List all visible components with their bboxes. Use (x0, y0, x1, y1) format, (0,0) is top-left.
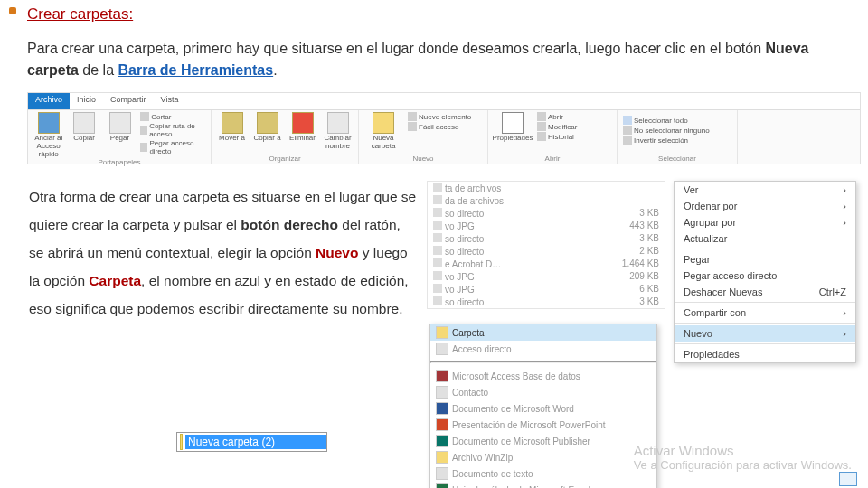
edit-icon (537, 122, 546, 131)
submenu-texto[interactable]: Documento de texto (430, 465, 656, 482)
ctx-pegar-acceso-directo[interactable]: Pegar acceso directo (675, 267, 855, 284)
btn-seleccionar-ninguno[interactable]: No seleccionar ninguno (623, 126, 731, 135)
lbl-anclar: Anclar al Acceso rápido (33, 135, 63, 158)
file-size: 209 KB (629, 271, 659, 282)
grplbl-organizar: Organizar (217, 155, 353, 163)
file-row[interactable]: e Acrobat D…1.464 KB (428, 258, 665, 270)
submenu-carpeta[interactable]: Carpeta (430, 324, 656, 341)
file-row[interactable]: vo JPG443 KB (428, 220, 665, 232)
ctx-label: Ver (684, 184, 699, 195)
submenu-acceso-directo[interactable]: Acceso directo (430, 341, 656, 357)
grplbl-portapapeles: Portapapeles (33, 158, 205, 166)
btn-pegar-directo[interactable]: Pegar acceso directo (140, 139, 205, 155)
ctx-compartir[interactable]: Compartir con› (675, 305, 855, 321)
file-row[interactable]: da de archivos (428, 194, 665, 207)
lbl-historial: Historial (548, 133, 574, 141)
page-view-icon (839, 472, 857, 486)
submenu-label: Documento de Microsoft Word (452, 404, 574, 414)
newfolder-name-input[interactable] (185, 435, 326, 449)
lbl-copiar-a: Copiar a (253, 135, 280, 143)
file-row[interactable]: so directo2 KB (428, 245, 665, 258)
chevron-right-icon: › (843, 217, 846, 228)
submenu-label: Documento de Microsoft Publisher (452, 436, 590, 446)
ctx-ordenar[interactable]: Ordenar por› (675, 198, 855, 214)
file-icon (433, 271, 442, 280)
p1-text-e: . (273, 62, 277, 78)
lbl-sel-invertir: Invertir selección (634, 136, 688, 145)
ctx-ver[interactable]: Ver› (675, 182, 855, 198)
btn-propiedades[interactable]: Propiedades (494, 112, 532, 143)
file-size: 3 KB (639, 296, 659, 307)
ctx-propiedades[interactable]: Propiedades (675, 346, 855, 362)
btn-nueva-carpeta[interactable]: Nueva carpeta (364, 112, 402, 151)
btn-abrir[interactable]: Abrir (537, 112, 577, 121)
btn-nuevo-elemento[interactable]: Nuevo elemento (408, 112, 471, 121)
lbl-abrir: Abrir (548, 113, 563, 121)
ctx-label: Deshacer Nuevas (684, 286, 762, 297)
group-organizar: Mover a Copiar a Eliminar Cambiar nombre… (212, 110, 359, 164)
submenu-access[interactable]: Microsoft Access Base de datos (430, 368, 656, 384)
ctx-pegar[interactable]: Pegar (675, 251, 855, 267)
btn-eliminar[interactable]: Eliminar (288, 112, 317, 143)
btn-copiar-ruta[interactable]: Copiar ruta de acceso (140, 122, 205, 138)
submenu-winzip[interactable]: Archivo WinZip (430, 449, 656, 465)
btn-invertir-seleccion[interactable]: Invertir selección (623, 136, 731, 145)
chevron-right-icon: › (843, 307, 846, 318)
btn-pegar[interactable]: Pegar (105, 112, 135, 143)
p1-link-barra: Barra de Herramientas (118, 62, 274, 78)
tab-compartir[interactable]: Compartir (103, 93, 154, 109)
tab-inicio[interactable]: Inicio (70, 93, 103, 109)
btn-mover[interactable]: Mover a (217, 112, 247, 143)
paste-icon (109, 112, 131, 134)
group-portapapeles: Anclar al Acceso rápido Copiar Pegar Cor… (28, 110, 212, 164)
file-name: vo JPG (445, 285, 475, 295)
copypath-icon (140, 126, 147, 135)
submenu-powerpoint[interactable]: Presentación de Microsoft PowerPoint (430, 417, 656, 433)
file-row[interactable]: so directo3 KB (428, 232, 665, 245)
file-name: so directo (445, 297, 484, 307)
file-row[interactable]: so directo3 KB (428, 207, 665, 220)
ctx-agrupar[interactable]: Agrupar por› (675, 214, 855, 230)
ribbon-tabs: Archivo Inicio Compartir Vista (28, 93, 860, 110)
submenu-publisher[interactable]: Documento de Microsoft Publisher (430, 433, 656, 449)
p1-text-a: Para crear una carpeta, primero hay que … (27, 41, 765, 56)
file-row[interactable]: vo JPG209 KB (428, 270, 665, 283)
submenu-label: Carpeta (452, 328, 485, 338)
btn-cortar[interactable]: Cortar (140, 112, 205, 121)
chevron-right-icon: › (843, 328, 846, 339)
file-icon (433, 284, 442, 293)
file-row[interactable]: vo JPG6 KB (428, 283, 665, 296)
chevron-right-icon: › (843, 201, 846, 211)
file-size: 443 KB (629, 221, 659, 231)
submenu-label: Presentación de Microsoft PowerPoint (452, 420, 606, 430)
btn-seleccionar-todo[interactable]: Seleccionar todo (623, 116, 731, 125)
newfolder-icon (373, 112, 394, 134)
btn-anclar[interactable]: Anclar al Acceso rápido (33, 112, 63, 158)
windows-activation-watermark: Activar Windows Ve a Configuración para … (634, 443, 852, 472)
lbl-cortar: Cortar (151, 113, 171, 121)
file-icon (433, 258, 442, 267)
file-icon (433, 233, 442, 242)
submenu-word[interactable]: Documento de Microsoft Word (430, 400, 656, 417)
btn-modificar[interactable]: Modificar (537, 122, 577, 131)
tab-archivo[interactable]: Archivo (28, 93, 70, 109)
btn-copiar-a[interactable]: Copiar a (252, 112, 282, 143)
btn-facil-acceso[interactable]: Fácil acceso (408, 122, 471, 131)
ctx-deshacer[interactable]: Deshacer NuevasCtrl+Z (675, 284, 855, 300)
tab-vista[interactable]: Vista (154, 93, 186, 109)
file-name: so directo (445, 209, 484, 219)
file-name: so directo (445, 234, 484, 244)
submenu-contacto[interactable]: Contacto (430, 384, 656, 400)
btn-historial[interactable]: Historial (537, 132, 577, 141)
ctx-nuevo[interactable]: Nuevo› (675, 325, 855, 342)
file-list-panel: ta de archivos da de archivos so directo… (427, 181, 665, 309)
watermark-sub: Ve a Configuración para activar Windows. (634, 458, 852, 472)
ctx-actualizar[interactable]: Actualizar (675, 230, 855, 247)
submenu-excel[interactable]: Hoja de cálculo de Microsoft Excel (430, 482, 656, 488)
file-row[interactable]: so directo3 KB (428, 296, 665, 308)
ctx-label: Pegar acceso directo (684, 270, 777, 281)
btn-cambiar[interactable]: Cambiar nombre (323, 112, 353, 151)
btn-copiar[interactable]: Copiar (69, 112, 99, 143)
submenu-label: Archivo WinZip (452, 453, 513, 463)
file-row[interactable]: ta de archivos (428, 182, 665, 194)
